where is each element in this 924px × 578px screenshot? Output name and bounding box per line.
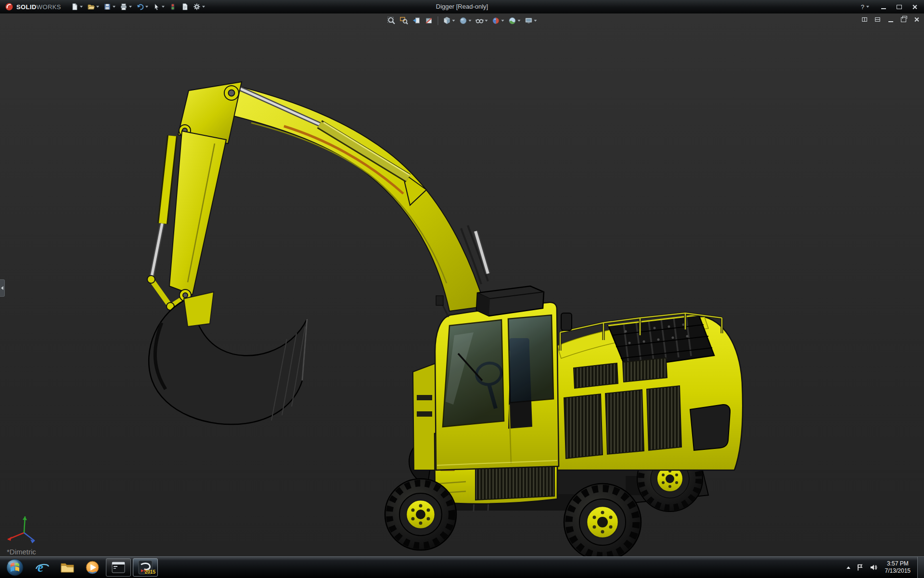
view-settings-icon <box>525 16 533 25</box>
restore-icon <box>901 17 906 22</box>
zoom-to-area-icon <box>400 16 409 25</box>
edit-appearance-ball-icon <box>492 16 500 25</box>
pane-toggle-button[interactable] <box>874 16 881 23</box>
dropdown-arrow-icon <box>96 6 99 8</box>
edit-appearance-button[interactable] <box>490 16 506 26</box>
close-icon <box>912 4 917 10</box>
dropdown-arrow-icon <box>145 6 148 8</box>
print-button[interactable] <box>118 2 134 12</box>
dropdown-arrow-icon <box>113 6 116 8</box>
action-center-button[interactable] <box>856 564 864 571</box>
previous-view-button[interactable] <box>411 16 423 26</box>
dropdown-arrow-icon <box>202 6 205 8</box>
view-orientation-cube-icon <box>443 16 451 25</box>
select-cursor-icon <box>153 3 160 11</box>
zoom-to-fit-button[interactable] <box>386 16 398 26</box>
collapse-arrow-icon <box>1 286 3 290</box>
new-document-button[interactable] <box>69 2 85 12</box>
zoom-to-area-button[interactable] <box>398 16 410 26</box>
dropdown-arrow-icon <box>80 6 83 8</box>
view-orientation-button[interactable] <box>441 16 457 26</box>
clock-time: 3:57 PM <box>885 560 911 567</box>
dropdown-arrow-icon <box>485 20 488 22</box>
display-style-icon <box>459 16 468 25</box>
view-settings-button[interactable] <box>523 16 539 26</box>
open-folder-icon <box>87 3 95 11</box>
start-button[interactable] <box>0 557 30 578</box>
apply-scene-icon <box>508 16 517 25</box>
dropdown-arrow-icon <box>129 6 132 8</box>
front-right-wheel <box>564 484 641 556</box>
dropdown-arrow-icon <box>469 20 472 22</box>
close-button[interactable] <box>911 3 918 11</box>
new-document-icon <box>71 3 78 11</box>
excavator-cab <box>435 286 572 470</box>
print-icon <box>120 3 128 11</box>
chevron-up-icon <box>847 566 850 569</box>
dropdown-arrow-icon <box>866 6 869 8</box>
document-restore-button[interactable] <box>900 16 907 23</box>
feature-manager-collapse-tab[interactable] <box>0 279 5 297</box>
heads-up-view-toolbar <box>386 16 539 26</box>
dropdown-arrow-icon <box>534 20 537 22</box>
internet-explorer-icon: e <box>35 560 50 575</box>
taskbar-file-explorer[interactable] <box>55 557 80 578</box>
section-view-button[interactable] <box>424 16 435 26</box>
graphics-viewport[interactable]: *Dimetric <box>0 13 924 556</box>
excavator-bucket <box>149 292 307 424</box>
hide-show-items-glasses-icon <box>475 16 484 25</box>
excavator-model[interactable] <box>0 13 924 556</box>
brand-text: SOLIDWORKS <box>16 3 61 11</box>
section-view-icon <box>425 16 434 25</box>
folder-icon <box>60 560 75 575</box>
taskbar-clock[interactable]: 3:57 PM 7/13/2015 <box>883 560 912 575</box>
taskbar-internet-explorer[interactable]: e <box>30 557 55 578</box>
maximize-icon <box>897 5 902 9</box>
titlebar: Digger [Read-only] SOLIDWORKS <box>0 0 924 13</box>
dropdown-arrow-icon <box>518 20 521 22</box>
dropdown-arrow-icon <box>501 20 504 22</box>
taskbar-windows-media-player[interactable] <box>80 557 105 578</box>
svg-text:e: e <box>38 560 43 575</box>
clock-date: 7/13/2015 <box>885 567 911 575</box>
select-button[interactable] <box>151 2 167 12</box>
file-properties-icon <box>181 3 189 11</box>
split-view-button[interactable] <box>861 16 868 23</box>
apply-scene-button[interactable] <box>507 16 522 26</box>
document-window-controls <box>861 16 920 23</box>
dropdown-arrow-icon <box>162 6 165 8</box>
hide-show-items-button[interactable] <box>474 16 489 26</box>
quick-access-toolbar <box>69 2 207 12</box>
display-style-button[interactable] <box>458 16 473 26</box>
undo-button[interactable] <box>134 2 150 12</box>
help-button[interactable]: ? <box>858 3 872 11</box>
system-tray: 3:57 PM 7/13/2015 <box>842 557 917 578</box>
rebuild-button[interactable] <box>167 2 179 12</box>
maximize-button[interactable] <box>895 3 903 11</box>
undo-icon <box>136 3 144 11</box>
solidworks-logo-icon <box>5 2 13 11</box>
rebuild-icon <box>169 3 177 11</box>
save-button[interactable] <box>102 2 117 12</box>
split-view-icon <box>862 16 867 23</box>
options-gear-icon <box>193 3 201 11</box>
taskbar-solidworks-2015[interactable]: 2015 <box>133 558 158 577</box>
minimize-icon <box>881 8 886 9</box>
document-close-button[interactable] <box>913 16 920 23</box>
volume-button[interactable] <box>870 564 877 571</box>
show-hidden-icons-button[interactable] <box>847 566 850 569</box>
speaker-icon <box>870 564 877 571</box>
taskbar-command-prompt[interactable] <box>106 558 131 577</box>
desktop: Digger [Read-only] SOLIDWORKS <box>0 0 924 578</box>
minimize-button[interactable] <box>880 3 887 11</box>
excavator-arm <box>147 82 485 311</box>
window-controls: ? <box>858 3 924 11</box>
options-button[interactable] <box>191 2 207 12</box>
save-icon <box>103 3 111 11</box>
action-center-flag-icon <box>856 564 864 571</box>
open-button[interactable] <box>85 2 101 12</box>
document-minimize-button[interactable] <box>887 16 894 23</box>
solidworks-logo: SOLIDWORKS <box>0 2 66 11</box>
file-properties-button[interactable] <box>179 2 191 12</box>
show-desktop-button[interactable] <box>917 557 924 578</box>
